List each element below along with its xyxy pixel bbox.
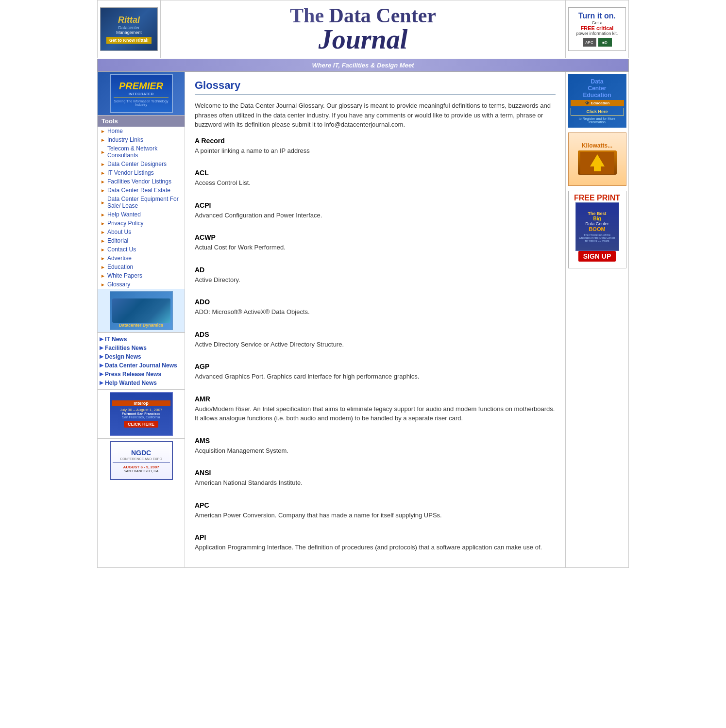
news-section: ▶IT News▶Facilities News▶Design News▶Dat… xyxy=(98,332,185,389)
nav-link[interactable]: Facilities Vendor Listings xyxy=(107,178,171,185)
edu-icon: 🎓 xyxy=(585,101,590,105)
nav-arrow-icon: ► xyxy=(101,149,105,155)
nav-link[interactable]: Data Center Equipment For Sale/ Lease xyxy=(107,196,182,209)
nav-link[interactable]: Data Center Designers xyxy=(107,161,167,167)
nav-arrow-icon: ► xyxy=(101,188,105,193)
nav-item: ►IT Vendor Listings xyxy=(98,168,185,177)
nav-item: ►Data Center Designers xyxy=(98,160,185,168)
ngdc-banner: NGDC CONFERENCE AND EXPO AUGUST 6 - 9, 2… xyxy=(110,441,173,480)
glossary-term: AGP xyxy=(195,363,556,370)
nav-arrow-icon: ► xyxy=(101,238,105,244)
glossary-definition: Actual Cost for Work Performed. xyxy=(195,243,556,252)
nav-arrow-icon: ► xyxy=(101,256,105,261)
glossary-definition: Application Programming Interface. The d… xyxy=(195,543,556,552)
news-arrow-icon: ▶ xyxy=(100,362,103,368)
conference-banner-1[interactable]: Interop July 30 – August 1, 2007 Fairmon… xyxy=(98,389,185,436)
interop-banner: Interop July 30 – August 1, 2007 Fairmon… xyxy=(110,392,173,436)
premier-brand: PREMIER xyxy=(119,81,163,92)
rittal-logo: Rittal Datacenter Management Get to Know… xyxy=(100,7,158,51)
news-item: ▶Help Wanted News xyxy=(98,379,185,387)
glossary-definition: Active Directory Service or Active Direc… xyxy=(195,340,556,349)
nav-item: ►Home xyxy=(98,127,185,135)
tagline-bar: Where IT, Facilities & Design Meet xyxy=(97,59,629,72)
glossary-term: ACPI xyxy=(195,201,556,209)
nav-link[interactable]: IT Vendor Listings xyxy=(107,169,154,176)
right-ad-box: Turn it on. Get a FREE critical power in… xyxy=(568,7,626,51)
nav-link[interactable]: Home xyxy=(107,128,123,134)
nav-link[interactable]: Telecom & Network Consultants xyxy=(107,145,182,159)
nav-arrow-icon: ► xyxy=(101,179,105,184)
nav-link[interactable]: Privacy Policy xyxy=(107,220,144,227)
nav-item: ►About Us xyxy=(98,228,185,236)
nav-link[interactable]: Education xyxy=(107,264,133,270)
signup-button[interactable]: SIGN UP xyxy=(578,251,616,262)
nav-list: ►Home►Industry Links►Telecom & Network C… xyxy=(98,127,185,289)
nav-arrow-icon: ► xyxy=(101,212,105,217)
news-arrow-icon: ▶ xyxy=(100,345,103,351)
glossary-definition: Advanced Configuration and Power Interfa… xyxy=(195,211,556,220)
news-arrow-icon: ▶ xyxy=(100,336,103,342)
glossary-term: ACL xyxy=(195,169,556,177)
glossary-term: ADO xyxy=(195,298,556,306)
premier-sub: INTEGRATED xyxy=(129,92,153,96)
news-link[interactable]: Facilities News xyxy=(105,345,147,351)
nav-item: ►Industry Links xyxy=(98,135,185,144)
nav-arrow-icon: ► xyxy=(101,170,105,176)
glossary-definition: Active Directory. xyxy=(195,275,556,285)
nav-link[interactable]: Advertise xyxy=(107,255,132,262)
glossary-term: APC xyxy=(195,501,556,509)
nav-link[interactable]: Glossary xyxy=(107,281,130,288)
news-link[interactable]: Data Center Journal News xyxy=(105,362,177,369)
glossary-definition: Acquisition Management System. xyxy=(195,446,556,456)
kilowatts-image xyxy=(578,150,617,175)
news-link[interactable]: Press Release News xyxy=(105,371,161,378)
edu-click[interactable]: Click Here xyxy=(571,108,624,116)
kilowatts-ad[interactable]: Kilowatts... xyxy=(568,132,626,186)
header-left-ad[interactable]: Rittal Datacenter Management Get to Know… xyxy=(98,0,161,58)
nav-arrow-icon: ► xyxy=(101,162,105,167)
glossary-definition: Advanced Graphics Port. Graphics card in… xyxy=(195,372,556,381)
nav-link[interactable]: About Us xyxy=(107,229,131,235)
nav-link[interactable]: Industry Links xyxy=(107,136,143,143)
datacenter-dynamics-ad[interactable]: Datacenter Dynamics xyxy=(98,289,185,332)
glossary-term: API xyxy=(195,533,556,541)
news-arrow-icon: ▶ xyxy=(100,371,103,377)
dc-education-ad[interactable]: Data Center Education 🎓 Education Click … xyxy=(568,74,626,128)
left-sidebar: PREMIER INTEGRATED Serving The Informati… xyxy=(98,72,185,567)
news-link[interactable]: Design News xyxy=(105,353,141,360)
news-arrow-icon: ▶ xyxy=(100,353,103,360)
world-map-graphic xyxy=(112,298,170,323)
nav-item: ►Contact Us xyxy=(98,245,185,254)
glossary-term: AMS xyxy=(195,437,556,445)
glossary-term: ADS xyxy=(195,331,556,338)
schneider-logo: APC xyxy=(583,38,596,47)
conference-banner-2[interactable]: NGDC CONFERENCE AND EXPO AUGUST 6 - 9, 2… xyxy=(98,438,185,480)
nav-item: ►Help Wanted xyxy=(98,210,185,219)
nav-arrow-icon: ► xyxy=(101,247,105,252)
nav-item: ►Education xyxy=(98,263,185,271)
header: Rittal Datacenter Management Get to Know… xyxy=(97,0,629,58)
nav-link[interactable]: Help Wanted xyxy=(107,211,141,218)
premier-ad[interactable]: PREMIER INTEGRATED Serving The Informati… xyxy=(98,72,185,116)
power-graphic xyxy=(580,152,614,174)
news-item: ▶IT News xyxy=(98,335,185,344)
intro-text: Welcome to the Data Center Journal Gloss… xyxy=(195,101,556,130)
news-link[interactable]: Help Wanted News xyxy=(105,380,157,386)
nav-link[interactable]: Contact Us xyxy=(107,246,136,253)
header-right-ad[interactable]: Turn it on. Get a FREE critical power in… xyxy=(565,0,628,58)
dcj-journal: Journal xyxy=(290,26,436,53)
nav-item: ►Editorial xyxy=(98,236,185,245)
nav-link[interactable]: White Papers xyxy=(107,272,142,279)
nav-link[interactable]: Editorial xyxy=(107,237,128,244)
interop-cta[interactable]: CLICK HERE xyxy=(124,421,158,428)
nav-arrow-icon: ► xyxy=(101,221,105,226)
glossary-term: ACWP xyxy=(195,233,556,241)
main-content: Glossary Welcome to the Data Center Jour… xyxy=(185,72,565,567)
news-item: ▶Data Center Journal News xyxy=(98,361,185,370)
news-link[interactable]: IT News xyxy=(105,336,127,343)
news-arrow-icon: ▶ xyxy=(100,380,103,386)
nav-item: ►Data Center Real Estate xyxy=(98,186,185,195)
free-print-ad[interactable]: FREE PRINT The Best Big Data Center BOOM… xyxy=(568,191,626,268)
nav-link[interactable]: Data Center Real Estate xyxy=(107,187,170,194)
nav-item: ►White Papers xyxy=(98,271,185,280)
